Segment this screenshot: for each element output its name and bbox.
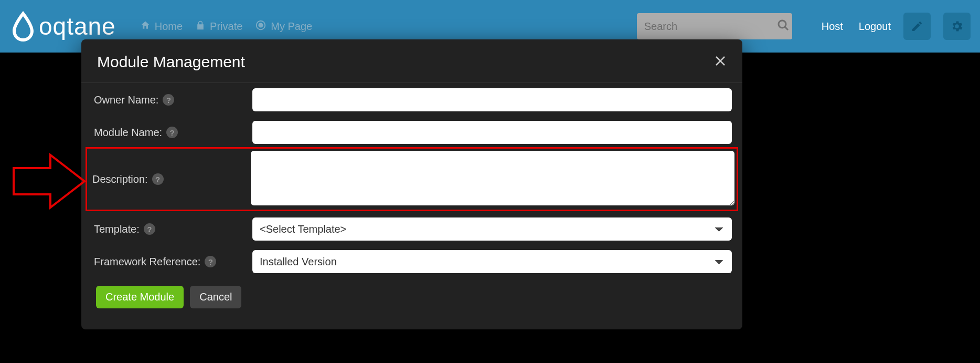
help-icon[interactable]: ?	[163, 94, 174, 106]
close-icon	[714, 55, 727, 67]
host-link[interactable]: Host	[822, 20, 843, 33]
module-name-label: Module Name:	[94, 127, 162, 139]
template-select[interactable]: <Select Template>	[252, 217, 732, 241]
search-input[interactable]	[644, 20, 777, 33]
module-name-row: Module Name: ?	[89, 118, 735, 147]
brand-logo[interactable]: oqtane	[9, 10, 116, 43]
svg-point-0	[18, 26, 28, 36]
modal-body: Owner Name: ? Module Name: ? Description…	[81, 83, 742, 308]
description-row: Description: ?	[86, 147, 738, 211]
edit-button[interactable]	[903, 13, 931, 40]
help-icon[interactable]: ?	[152, 173, 164, 185]
framework-row: Framework Reference: ? Installed Version	[89, 247, 735, 276]
nav-mypage-label: My Page	[271, 20, 312, 33]
module-management-modal: Module Management Owner Name: ? Module N…	[81, 39, 742, 329]
framework-select[interactable]: Installed Version	[252, 250, 732, 273]
nav-private-label: Private	[210, 20, 242, 33]
description-input[interactable]	[251, 151, 734, 205]
target-icon	[255, 19, 267, 34]
nav-private[interactable]: Private	[195, 20, 242, 33]
user-links: Host Logout	[822, 20, 891, 33]
logout-link[interactable]: Logout	[859, 20, 891, 33]
pencil-icon	[911, 20, 923, 33]
description-label-cell: Description: ?	[90, 173, 251, 185]
template-label-cell: Template: ?	[92, 223, 252, 235]
search-icon[interactable]	[777, 19, 790, 34]
module-name-label-cell: Module Name: ?	[92, 127, 252, 139]
svg-line-4	[785, 27, 788, 30]
svg-point-2	[259, 23, 263, 27]
modal-close-button[interactable]	[714, 55, 727, 69]
search-box[interactable]	[637, 13, 792, 39]
home-icon	[140, 20, 151, 33]
description-label: Description:	[92, 173, 148, 185]
modal-header: Module Management	[81, 39, 742, 83]
nav-home-label: Home	[155, 20, 183, 33]
owner-name-label: Owner Name:	[94, 94, 158, 106]
create-module-button[interactable]: Create Module	[96, 286, 184, 308]
modal-button-row: Create Module Cancel	[89, 286, 735, 308]
nav-mypage[interactable]: My Page	[255, 19, 312, 34]
framework-label: Framework Reference:	[94, 256, 200, 268]
cancel-button[interactable]: Cancel	[190, 286, 241, 308]
brand-name: oqtane	[39, 12, 116, 40]
modal-title: Module Management	[97, 53, 245, 71]
help-icon[interactable]: ?	[144, 223, 155, 235]
owner-name-label-cell: Owner Name: ?	[92, 94, 252, 106]
lock-icon	[195, 20, 206, 33]
template-label: Template:	[94, 223, 140, 235]
owner-name-input[interactable]	[252, 88, 732, 111]
help-icon[interactable]: ?	[166, 127, 178, 138]
help-icon[interactable]: ?	[205, 256, 216, 267]
owner-name-row: Owner Name: ?	[89, 85, 735, 115]
template-row: Template: ? <Select Template>	[89, 214, 735, 244]
settings-button[interactable]	[943, 13, 971, 40]
nav-home[interactable]: Home	[140, 20, 183, 33]
framework-label-cell: Framework Reference: ?	[92, 256, 252, 268]
svg-point-3	[779, 20, 786, 28]
nav-links: Home Private My Page	[140, 19, 313, 34]
drop-icon	[9, 10, 37, 43]
gear-icon	[950, 19, 964, 33]
module-name-input[interactable]	[252, 121, 732, 144]
